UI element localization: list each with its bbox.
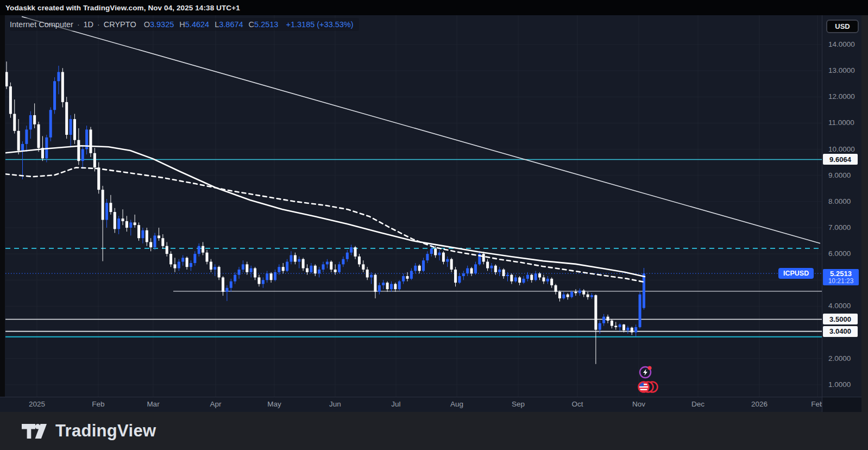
candles-layer[interactable]	[5, 61, 645, 364]
time-axis-label: Jun	[319, 400, 351, 408]
price-axis[interactable]: USD 5.2513 10:21:23 14.000013.000012.000…	[822, 15, 861, 412]
price-tick-label: 10.0000	[828, 145, 855, 153]
time-axis-label: 2026	[743, 400, 776, 408]
descending-trendline[interactable]	[22, 16, 820, 243]
time-axis-label: Apr	[199, 400, 232, 408]
footer-bar: TradingView	[0, 412, 868, 450]
flash-marker-icon[interactable]	[640, 366, 652, 378]
attribution-bar: Yodaskk created with TradingView.com, No…	[0, 0, 868, 15]
price-tick-label: 11.0000	[828, 118, 854, 127]
time-axis-label: Aug	[441, 400, 473, 408]
tradingview-screenshot: Yodaskk created with TradingView.com, No…	[0, 0, 868, 450]
low-value: L3.8674	[215, 20, 243, 29]
time-axis-label: Oct	[561, 400, 594, 408]
right-margin	[861, 15, 868, 412]
time-label-clip: 2025FebMarAprMayJunJulAugSepOctNovDec202…	[0, 397, 822, 412]
legend-separator: ·	[97, 20, 100, 29]
time-axis-label: Sep	[502, 400, 534, 408]
grid-lines	[5, 15, 822, 397]
price-tick-label: 12.0000	[828, 92, 855, 101]
ma-dashed[interactable]	[5, 167, 645, 282]
ma-solid[interactable]	[5, 146, 645, 277]
symbol-price-label: ICPUSD	[778, 268, 814, 279]
time-axis-label: Dec	[682, 400, 714, 408]
price-tick-label: 2.0000	[828, 354, 851, 362]
price-tick-label: 9.0000	[828, 171, 851, 179]
time-axis-label: Mar	[137, 400, 169, 408]
time-axis-label: May	[258, 400, 291, 408]
time-axis-label: Feb	[82, 400, 115, 408]
current-price-tag: 5.2513 10:21:23	[823, 269, 859, 285]
attribution-text: Yodaskk created with TradingView.com, No…	[5, 4, 240, 12]
exchange-label: CRYPTO	[104, 20, 136, 29]
high-value: H5.4624	[179, 20, 209, 29]
price-level-tag: 9.6064	[823, 154, 858, 165]
plot-area[interactable]	[5, 15, 822, 397]
price-tick-label: 4.0000	[828, 302, 851, 310]
close-value: C5.2513	[249, 20, 279, 29]
tradingview-logo-icon[interactable]: TradingView	[22, 421, 156, 441]
symbol-legend[interactable]: Internet Computer · 1D · CRYPTO O3.9325 …	[10, 18, 359, 31]
ohlc-values: O3.9325 H5.4624 L3.8674 C5.2513	[144, 20, 284, 29]
price-tick-label: 8.0000	[828, 197, 851, 205]
price-tick-label: 7.0000	[828, 223, 851, 232]
tradingview-wordmark[interactable]: TradingView	[55, 421, 156, 441]
current-price-value: 5.2513	[830, 270, 852, 278]
axis-corner	[822, 397, 861, 412]
legend-separator: ·	[77, 20, 80, 29]
price-tick-label: 14.0000	[828, 40, 855, 48]
time-axis-label: Feb	[801, 400, 822, 408]
open-value: O3.9325	[144, 20, 174, 29]
price-tick-label: 13.0000	[828, 66, 855, 74]
price-tick-label: 6.0000	[828, 249, 851, 258]
price-level-tag: 3.5000	[823, 314, 858, 324]
price-tick-label: 1.0000	[828, 380, 851, 389]
time-axis-label: Nov	[622, 400, 655, 408]
time-axis-label: Jul	[380, 400, 412, 408]
bar-countdown: 10:21:23	[828, 278, 854, 285]
time-axis[interactable]: 2025FebMarAprMayJunJulAugSepOctNovDec202…	[0, 397, 861, 412]
currency-button[interactable]: USD	[826, 20, 859, 33]
flag-marker-icon[interactable]	[638, 382, 658, 392]
time-axis-label: 2025	[21, 400, 53, 408]
symbol-title[interactable]: Internet Computer	[10, 20, 73, 29]
timeframe-label[interactable]: 1D	[84, 20, 94, 29]
price-level-tag: 3.0400	[823, 326, 858, 337]
change-value: +1.3185 (+33.53%)	[286, 20, 353, 29]
price-chart-canvas[interactable]	[0, 0, 868, 450]
